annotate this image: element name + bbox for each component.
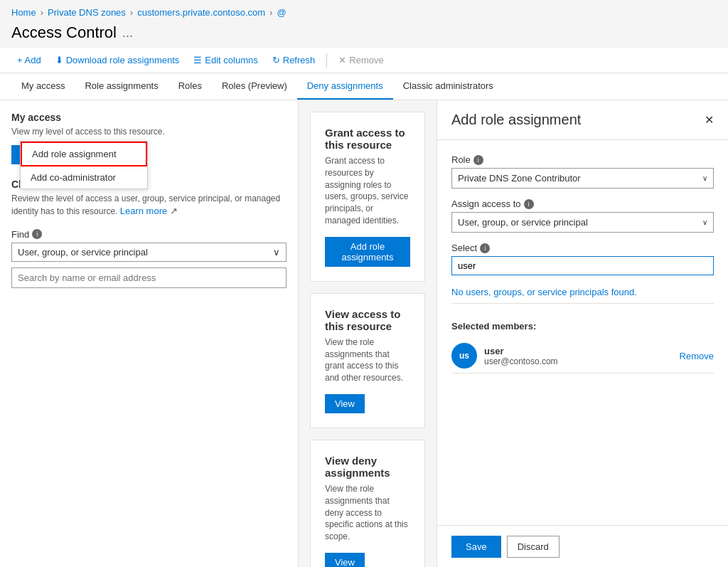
download-icon: ⬇ [55, 55, 63, 65]
view-deny-card: View deny assignments View the role assi… [310, 440, 425, 567]
member-avatar: us [451, 343, 477, 369]
more-options-icon[interactable]: ... [122, 26, 133, 41]
remove-button[interactable]: ✕ Remove [333, 52, 389, 68]
grant-access-card: Grant access to this resource Grant acce… [310, 112, 425, 282]
select-field-label: Select i [451, 243, 714, 253]
view-deny-title: View deny assignments [325, 455, 410, 479]
role-info-icon[interactable]: i [473, 155, 483, 165]
tab-classic-admins[interactable]: Classic administrators [393, 73, 503, 100]
save-button[interactable]: Save [451, 536, 501, 558]
tab-my-access[interactable]: My access [11, 73, 75, 100]
find-dropdown-arrow: ∨ [273, 247, 280, 258]
add-role-assignment-item[interactable]: Add role assignment [21, 142, 147, 166]
page-title: Access Control [11, 23, 117, 42]
right-panel-body: Role i Private DNS Zone Contributor ∨ As… [437, 140, 728, 525]
columns-icon: ☰ [193, 55, 202, 65]
member-email: user@contoso.com [484, 356, 673, 366]
center-panel: Grant access to this resource Grant acce… [299, 100, 437, 567]
member-row: us user user@contoso.com Remove [451, 339, 714, 373]
view-access-button[interactable]: View [325, 394, 365, 413]
dropdown-menu: Add role assignment Add co-administrator [20, 141, 148, 189]
right-panel-header: Add role assignment ✕ [437, 100, 728, 140]
role-dropdown[interactable]: Private DNS Zone Contributor ∨ [451, 168, 714, 189]
my-access-desc: View my level of access to this resource… [11, 126, 287, 138]
member-name: user [484, 346, 673, 356]
grant-access-title: Grant access to this resource [325, 127, 410, 151]
breadcrumb-dns-zones[interactable]: Private DNS zones [48, 7, 126, 18]
breadcrumb: Home › Private DNS zones › customers.pri… [0, 0, 728, 21]
breadcrumb-at[interactable]: @ [277, 7, 286, 18]
select-input[interactable] [451, 256, 714, 275]
remove-icon: ✕ [338, 55, 346, 65]
toolbar-separator [326, 53, 327, 68]
grant-access-desc: Grant access to resources by assigning r… [325, 155, 410, 227]
view-deny-button[interactable]: View [325, 553, 365, 567]
download-button[interactable]: ⬇ Download role assignments [50, 52, 186, 68]
tabs: My access Role assignments Roles Roles (… [0, 73, 728, 100]
right-panel-footer: Save Discard [437, 525, 728, 567]
add-button[interactable]: + Add [11, 52, 47, 68]
tab-deny-assignments[interactable]: Deny assignments [297, 73, 393, 100]
breadcrumb-domain[interactable]: customers.private.contoso.com [137, 7, 265, 18]
refresh-icon: ↻ [272, 55, 280, 65]
view-access-desc: View the role assignments that grant acc… [325, 337, 410, 384]
find-dropdown[interactable]: User, group, or service principal ∨ [11, 243, 287, 262]
assign-field-label: Assign access to i [451, 198, 714, 209]
refresh-button[interactable]: ↻ Refresh [267, 52, 321, 68]
role-field-label: Role i [451, 154, 714, 165]
add-role-assignments-button[interactable]: Add role assignments [325, 237, 410, 267]
find-label: Find i [11, 229, 287, 240]
toolbar: + Add ⬇ Download role assignments ☰ Edit… [0, 48, 728, 73]
assign-dropdown[interactable]: User, group, or service principal ∨ [451, 212, 714, 233]
role-dropdown-arrow: ∨ [702, 174, 707, 182]
assign-dropdown-arrow: ∨ [702, 218, 707, 226]
no-results-message: No users, groups, or service principals … [451, 281, 714, 304]
tab-roles-preview[interactable]: Roles (Preview) [212, 73, 297, 100]
edit-columns-button[interactable]: ☰ Edit columns [188, 52, 263, 68]
right-panel: Add role assignment ✕ Role i Private DNS… [437, 100, 728, 567]
breadcrumb-home[interactable]: Home [11, 7, 36, 18]
member-info: user user@contoso.com [484, 346, 673, 366]
right-panel-title: Add role assignment [451, 112, 581, 128]
learn-more-link[interactable]: Learn more [120, 206, 167, 216]
close-panel-button[interactable]: ✕ [705, 113, 714, 127]
member-remove-button[interactable]: Remove [680, 351, 714, 361]
view-deny-desc: View the role assignments that deny acce… [325, 483, 410, 543]
select-info-icon[interactable]: i [480, 243, 490, 253]
find-info-icon[interactable]: i [32, 229, 42, 239]
tab-role-assignments[interactable]: Role assignments [75, 73, 168, 100]
selected-members-label: Selected members: [451, 321, 714, 332]
view-access-title: View access to this resource [325, 308, 410, 332]
check-access-desc: Review the level of access a user, group… [11, 193, 287, 218]
add-co-administrator-item[interactable]: Add co-administrator [21, 166, 147, 189]
my-access-title: My access [11, 112, 287, 123]
search-input[interactable] [11, 267, 287, 288]
assign-info-icon[interactable]: i [524, 199, 534, 209]
discard-button[interactable]: Discard [507, 536, 560, 558]
view-access-card: View access to this resource View the ro… [310, 293, 425, 428]
tab-roles[interactable]: Roles [168, 73, 212, 100]
page-header: Access Control ... [0, 21, 728, 48]
